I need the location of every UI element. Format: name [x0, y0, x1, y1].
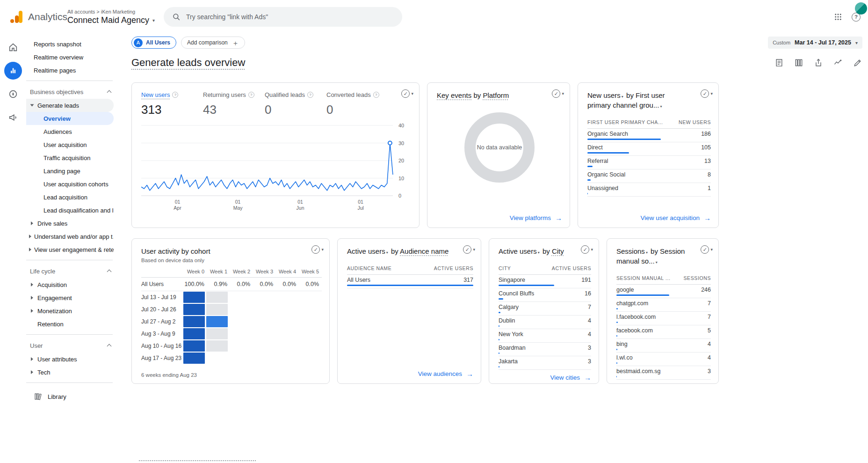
analytics-home-link[interactable]: Analytics — [0, 11, 67, 23]
chevron-up-icon — [107, 344, 112, 349]
metric-label[interactable]: Returning users? — [203, 91, 257, 98]
chevron-down-icon: ▾ — [622, 95, 623, 99]
view-user-acquisition-link[interactable]: View user acquisition→ — [640, 210, 711, 222]
sidebar-item-user-acquisition-cohorts[interactable]: User acquisition cohorts — [26, 177, 114, 191]
view-cities-link[interactable]: View cities→ — [550, 370, 591, 382]
metric-label[interactable]: Qualified leads? — [265, 91, 319, 98]
dimension-value: Boardman — [499, 345, 526, 351]
cohort-row-label: Jul 27 - Aug 2 — [141, 318, 183, 325]
sidebar-item-library[interactable]: Library — [26, 387, 118, 406]
metric-value: 4 — [588, 331, 591, 338]
triangle-icon — [31, 296, 33, 300]
card-metric-selector[interactable]: Active users — [347, 247, 385, 255]
data-quality-button[interactable]: ✓▾ — [463, 245, 475, 254]
sidebar-item-monetization[interactable]: Monetization — [26, 304, 114, 317]
value-bar — [499, 339, 499, 340]
sidebar-item-reports-snapshot[interactable]: Reports snapshot — [26, 37, 114, 51]
help-icon[interactable]: ? — [373, 92, 379, 98]
card-title[interactable]: User activity by cohort — [141, 246, 322, 256]
sidebar-item-realtime-pages[interactable]: Realtime pages — [26, 64, 114, 77]
nav-section-user[interactable]: User — [26, 338, 118, 353]
card-dimension-selector[interactable]: City — [552, 247, 564, 255]
card-dimension-selector[interactable]: Platform — [483, 91, 509, 99]
breadcrumb-root[interactable]: All accounts — [67, 9, 95, 15]
sidebar-item-tech[interactable]: Tech — [26, 366, 114, 379]
view-platforms-link[interactable]: View platforms→ — [510, 210, 562, 222]
breadcrumb-account[interactable]: iKen Marketing — [101, 9, 135, 15]
apps-grid-icon[interactable] — [834, 13, 842, 21]
card-metric-selector[interactable]: New users — [587, 91, 621, 99]
rail-reports-button[interactable] — [4, 62, 22, 80]
add-note-button[interactable] — [774, 58, 784, 67]
metric-value: 4 — [708, 341, 711, 347]
sidebar-item-acquisition[interactable]: Acquisition — [26, 278, 114, 291]
all-users-chip[interactable]: A All Users — [131, 37, 176, 49]
card-title[interactable]: Key events by Platform — [437, 90, 562, 100]
sidebar-item-understand-web-and-or-app-t[interactable]: Understand web and/or app t... — [26, 230, 114, 243]
sidebar-item-generate-leads[interactable]: Generate leads — [26, 99, 114, 112]
help-icon[interactable]: ? — [248, 92, 254, 98]
rail-explore-button[interactable] — [4, 85, 22, 103]
breadcrumb[interactable]: All accounts>iKen Marketing — [67, 9, 155, 15]
sidebar-item-landing-page[interactable]: Landing page — [26, 164, 114, 177]
nav-section-life-cycle[interactable]: Life cycle — [26, 264, 118, 278]
customize-report-button[interactable] — [794, 58, 803, 67]
card-metric-selector[interactable]: Active users — [499, 247, 537, 255]
sidebar-item-traffic-acquisition[interactable]: Traffic acquisition — [26, 151, 114, 164]
card-title[interactable]: Sessions▾ by Session manual so...▾ — [616, 246, 711, 266]
sidebar-item-lead-disqualification-and-l[interactable]: Lead disqualification and l... — [26, 204, 114, 217]
property-switcher[interactable]: All accounts>iKen Marketing Connect Maid… — [67, 9, 155, 25]
sidebar-item-audiences[interactable]: Audiences — [26, 125, 114, 138]
card-title[interactable]: Active users▾ by Audience name — [347, 246, 473, 256]
data-quality-button[interactable]: ✓▾ — [701, 89, 713, 98]
card-metric-selector[interactable]: Key events — [437, 91, 471, 99]
rail-advertising-button[interactable] — [4, 109, 22, 126]
sidebar-item-user-acquisition[interactable]: User acquisition — [26, 138, 114, 151]
sidebar-item-view-user-engagement-rete[interactable]: View user engagement & rete... — [26, 243, 114, 256]
table-row: Referral13 — [587, 156, 711, 169]
insights-button[interactable] — [833, 58, 843, 67]
sidebar-item-lead-acquisition[interactable]: Lead acquisition — [26, 191, 114, 204]
sidebar-item-engagement[interactable]: Engagement — [26, 291, 114, 304]
cohort-summary-value: 0.9% — [206, 281, 229, 287]
data-quality-button[interactable]: ✓▾ — [401, 89, 413, 98]
sidebar-item-user-attributes[interactable]: User attributes — [26, 353, 114, 366]
by-word: by — [391, 247, 398, 255]
metrics-overview-card: ✓▾ New users?313Returning users?43Qualif… — [131, 82, 420, 228]
date-range-picker[interactable]: Custom Mar 14 - Jul 17, 2025 ▾ — [768, 37, 862, 49]
avatar[interactable] — [855, 2, 867, 15]
search-input[interactable] — [186, 13, 394, 21]
card-title[interactable]: Active users▾ by City — [499, 246, 591, 256]
card-dimension-selector[interactable]: Audience name — [400, 247, 448, 255]
sidebar-item-retention[interactable]: Retention — [26, 317, 114, 331]
search-bar[interactable] — [164, 7, 402, 27]
data-quality-button[interactable]: ✓▾ — [581, 245, 593, 254]
sidebar-item-drive-sales[interactable]: Drive sales — [26, 217, 114, 230]
data-quality-button[interactable]: ✓▾ — [552, 89, 564, 98]
active-users-by-audience-card: Active users▾ by Audience name ✓▾ AUDIEN… — [337, 238, 481, 384]
chevron-down-icon: ▾ — [411, 91, 413, 96]
edit-button[interactable] — [853, 58, 862, 67]
metric-label[interactable]: New users? — [141, 91, 195, 98]
data-quality-button[interactable]: ✓▾ — [311, 245, 324, 254]
rail-home-button[interactable] — [4, 38, 22, 56]
view-audiences-link[interactable]: View audiences→ — [418, 366, 473, 378]
card-title[interactable]: New users▾ by First user primary channel… — [587, 90, 711, 110]
data-quality-button[interactable]: ✓▾ — [701, 245, 713, 254]
nav-section-business-objectives[interactable]: Business objectives — [26, 85, 118, 99]
sidebar-item-realtime-overview[interactable]: Realtime overview — [26, 51, 114, 64]
column-header-metric: NEW USERS — [679, 119, 711, 125]
metric-value: 105 — [701, 144, 711, 151]
add-comparison-chip[interactable]: Add comparison ＋ — [181, 37, 245, 49]
help-icon[interactable]: ? — [172, 92, 178, 98]
sidebar-item-overview[interactable]: Overview — [26, 112, 114, 125]
share-button[interactable] — [814, 58, 823, 67]
value-bar — [616, 335, 617, 337]
card-metric-selector[interactable]: Sessions — [616, 247, 645, 255]
view-manual-campaigns-link[interactable]: View Manual campaigns→ — [631, 380, 711, 384]
check-circle-icon: ✓ — [401, 89, 410, 98]
help-icon[interactable]: ? — [307, 92, 313, 98]
cohort-row-label: Aug 17 - Aug 23 — [141, 355, 183, 361]
metric-label[interactable]: Converted leads? — [326, 91, 381, 98]
check-circle-icon: ✓ — [552, 89, 560, 98]
